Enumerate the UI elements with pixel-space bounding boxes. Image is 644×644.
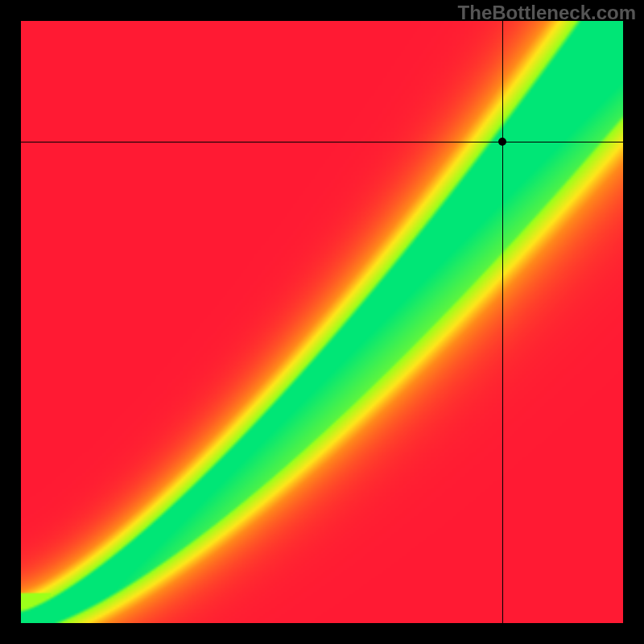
heatmap-canvas	[21, 21, 623, 623]
selection-marker	[498, 138, 506, 146]
crosshair-vertical	[502, 21, 503, 623]
crosshair-horizontal	[21, 142, 623, 142]
heatmap-plot	[21, 21, 623, 623]
watermark-text: TheBottleneck.com	[458, 2, 636, 24]
